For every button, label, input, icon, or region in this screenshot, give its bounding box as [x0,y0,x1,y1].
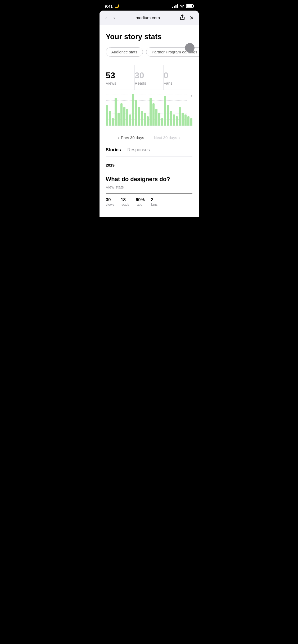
signal-icon [172,4,178,8]
views-stat: 53 Views [106,65,135,90]
reads-label: Reads [135,81,163,85]
tab-stories[interactable]: Stories [106,147,121,156]
fans-stat: 0 Fans [164,65,192,90]
story-views-metric: 30 views [106,197,115,206]
views-label: Views [106,81,134,85]
chart-bar-25 [179,107,181,126]
story-reads-metric: 18 reads [121,197,129,206]
chart-bar-28 [187,116,189,126]
chart-bar-26 [182,113,184,126]
back-button[interactable]: ‹ [104,14,109,21]
time-display: 9:41 [105,4,113,8]
stats-row: 53 Views 30 Reads 0 Fans [106,65,192,90]
status-left: 9:41 🌙 [105,4,119,8]
chart-bar-6 [123,107,125,126]
chart-bar-12 [141,111,143,126]
chart-bar-23 [173,114,175,126]
story-reads-label: reads [121,203,129,206]
next-chevron-icon: › [179,135,180,140]
status-right [172,4,193,8]
chart-bar-19 [161,118,163,126]
chart-bar-24 [176,116,178,126]
chart-bar-5 [120,103,123,126]
chart-bar-17 [155,109,157,126]
chart-bar-0 [106,105,108,126]
chart-bar-18 [158,113,160,126]
browser-chrome: ‹ › medium.com ✕ [100,11,199,25]
story-reads-value: 18 [121,197,129,203]
prev-label: Prev 30 days [121,135,144,140]
views-number: 53 [106,71,134,80]
chart-bar-7 [126,109,128,126]
wifi-icon [180,4,184,8]
forward-button[interactable]: › [112,14,117,21]
chart-bar-22 [170,111,172,126]
chart-bar-10 [135,100,137,126]
story-views-value: 30 [106,197,115,203]
prev-chevron-icon: ‹ [118,135,119,140]
chart-bar-2 [112,118,114,126]
reads-stat: 30 Reads [135,65,164,90]
chart-bar-8 [129,114,131,126]
moon-icon: 🌙 [114,4,119,8]
page-inner: Your story stats Audience stats Partner … [100,25,199,217]
story-title: What do designers do? [106,176,192,183]
browser-toolbar: ‹ › medium.com ✕ [100,11,199,25]
chart-bar-1 [109,111,111,126]
story-metrics: 30 views 18 reads 60% ratio 2 fans [106,194,192,206]
story-ratio-value: 60% [136,197,145,203]
content-tabs: Stories Responses [106,147,192,157]
tab-audience-stats[interactable]: Audience stats [106,47,143,57]
next-30-days-button[interactable]: Next 30 days › [150,134,184,141]
chart-bar-9 [132,94,134,126]
share-button[interactable] [179,14,186,22]
year-label: 2019 [106,157,192,172]
fans-label: Fans [164,81,192,85]
story-ratio-metric: 60% ratio [136,197,145,206]
filter-tabs: Audience stats Partner Program earnings [106,47,192,57]
date-navigation: ‹ Prev 30 days | Next 30 days › [106,130,192,147]
page-title: Your story stats [106,33,192,41]
avatar [185,43,195,53]
story-views-label: views [106,203,115,206]
story-fans-metric: 2 fans [151,197,158,206]
chart-bars [106,94,192,126]
chart-bar-20 [164,96,166,126]
chart-bar-15 [150,98,152,126]
chart-bar-4 [118,113,120,126]
chart-bar-14 [147,116,149,126]
story-fans-value: 2 [151,197,158,203]
tab-responses[interactable]: Responses [127,147,150,156]
close-button[interactable]: ✕ [189,14,195,22]
chart-bar-16 [152,103,155,126]
view-stats-link[interactable]: View stats [106,185,192,189]
story-item: What do designers do? View stats 30 view… [106,172,192,211]
address-bar[interactable]: medium.com [120,16,176,20]
chart-bar-11 [138,107,140,126]
story-fans-label: fans [151,203,158,206]
prev-30-days-button[interactable]: ‹ Prev 30 days [114,134,148,141]
status-bar: 9:41 🌙 [100,0,199,11]
bar-chart: 5 [106,94,192,128]
fans-number: 0 [164,71,192,80]
chart-bar-3 [115,98,117,126]
reads-number: 30 [135,71,163,80]
chart-bar-13 [144,113,146,126]
next-label: Next 30 days [154,135,177,140]
battery-icon [186,4,193,8]
chart-bar-27 [184,114,187,126]
chart-bar-29 [190,118,192,126]
chart-bar-21 [167,105,169,126]
story-ratio-label: ratio [136,203,145,206]
page-content: Your story stats Audience stats Partner … [100,25,199,217]
